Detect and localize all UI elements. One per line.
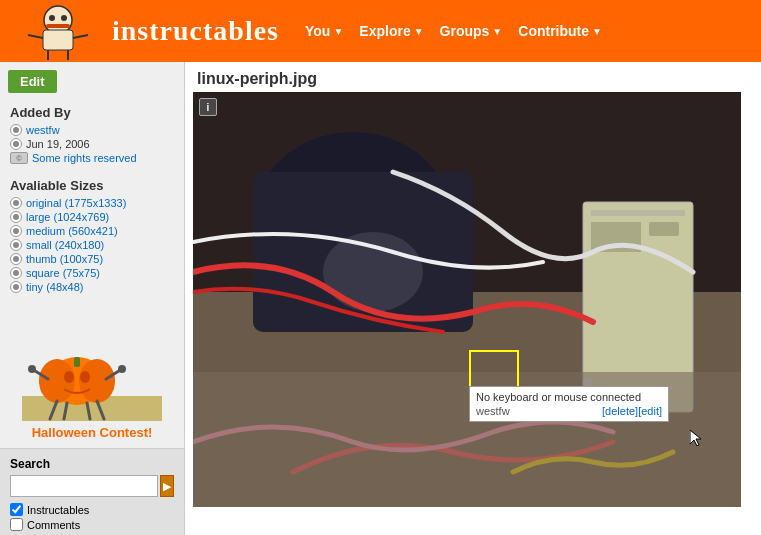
nav-you[interactable]: You ▼ [299,19,349,43]
date-value: Jun 19, 2006 [26,138,90,150]
size-icon [10,211,22,223]
tooltip-title: No keyboard or mouse connected [476,391,662,403]
size-icon [10,253,22,265]
tooltip-author: westfw [476,405,510,417]
image-title: linux-periph.jpg [185,62,761,92]
nav-explore[interactable]: Explore ▼ [353,19,429,43]
groups-arrow-icon: ▼ [492,26,502,37]
svg-point-23 [28,365,36,373]
annotation-tooltip: No keyboard or mouse connected westfw [d… [469,386,669,422]
size-original[interactable]: original (1775x1333) [10,197,174,209]
logo-area [8,0,108,62]
site-name: instructables [112,15,279,47]
license-value[interactable]: Some rights reserved [32,152,137,164]
header: instructables You ▼ Explore ▼ Groups ▼ C… [0,0,761,62]
halloween-contest-link[interactable]: Halloween Contest! [10,425,174,440]
sizes-list: original (1775x1333) large (1024x769) me… [10,197,174,293]
size-square[interactable]: square (75x75) [10,267,174,279]
nav-groups[interactable]: Groups ▼ [434,19,509,43]
svg-point-15 [64,371,74,383]
main-layout: Edit Added By westfw Jun 19, 2006 © Some… [0,62,761,535]
size-icon [10,197,22,209]
svg-point-24 [118,365,126,373]
search-row: ▶ [10,475,174,497]
svg-rect-14 [74,357,80,367]
content-area: linux-periph.jpg [185,62,761,535]
search-area: Search ▶ Instructables Comments [0,448,184,535]
sizes-section: Avaliable Sizes original (1775x1333) lar… [0,174,184,303]
svg-rect-33 [649,222,679,236]
contribute-arrow-icon: ▼ [592,26,602,37]
svg-point-4 [61,15,67,21]
svg-rect-5 [46,24,70,28]
explore-arrow-icon: ▼ [414,26,424,37]
nav-contribute[interactable]: Contribute ▼ [512,19,608,43]
tooltip-delete-link[interactable]: [delete] [602,405,638,417]
image-container: i No keyboard or mouse connected westfw … [193,92,753,507]
license-icon: © [10,152,28,164]
tooltip-footer: westfw [delete][edit] [476,405,662,417]
size-icon [10,239,22,251]
search-label: Search [10,457,174,471]
date-field: Jun 19, 2006 [10,138,174,150]
size-thumb[interactable]: thumb (100x75) [10,253,174,265]
instructables-checkbox[interactable] [10,503,23,516]
added-by-heading: Added By [10,105,174,120]
size-large[interactable]: large (1024x769) [10,211,174,223]
svg-rect-2 [43,30,73,50]
instructables-label: Instructables [27,504,89,516]
info-button[interactable]: i [199,98,217,116]
license-field: © Some rights reserved [10,152,174,164]
edit-button[interactable]: Edit [8,70,57,93]
svg-point-29 [323,232,423,312]
tooltip-edit-link[interactable]: [edit] [638,405,662,417]
comments-label: Comments [27,519,80,531]
author-name[interactable]: westfw [26,124,60,136]
size-icon [10,281,22,293]
comments-checkbox[interactable] [10,518,23,531]
svg-rect-31 [591,210,685,216]
sidebar: Edit Added By westfw Jun 19, 2006 © Some… [0,62,185,535]
checkbox-instructables-row: Instructables [10,503,174,516]
you-arrow-icon: ▼ [333,26,343,37]
main-nav: You ▼ Explore ▼ Groups ▼ Contribute ▼ [299,19,608,43]
search-button[interactable]: ▶ [160,475,174,497]
main-image: i No keyboard or mouse connected westfw … [193,92,741,507]
logo-robot-icon [8,0,108,62]
checkbox-comments-row: Comments [10,518,174,531]
search-input[interactable] [10,475,158,497]
size-medium[interactable]: medium (560x421) [10,225,174,237]
search-arrow-icon: ▶ [163,480,171,493]
svg-point-16 [80,371,90,383]
svg-point-3 [49,15,55,21]
size-icon [10,225,22,237]
added-by-section: Added By westfw Jun 19, 2006 © Some righ… [0,101,184,174]
size-tiny[interactable]: tiny (48x48) [10,281,174,293]
user-icon [10,124,22,136]
sizes-heading: Avaliable Sizes [10,178,174,193]
size-small[interactable]: small (240x180) [10,239,174,251]
pumpkin-area: Halloween Contest! [0,303,184,448]
pumpkin-image [22,311,162,421]
size-icon [10,267,22,279]
tooltip-links: [delete][edit] [602,405,662,417]
calendar-icon [10,138,22,150]
author-field: westfw [10,124,174,136]
